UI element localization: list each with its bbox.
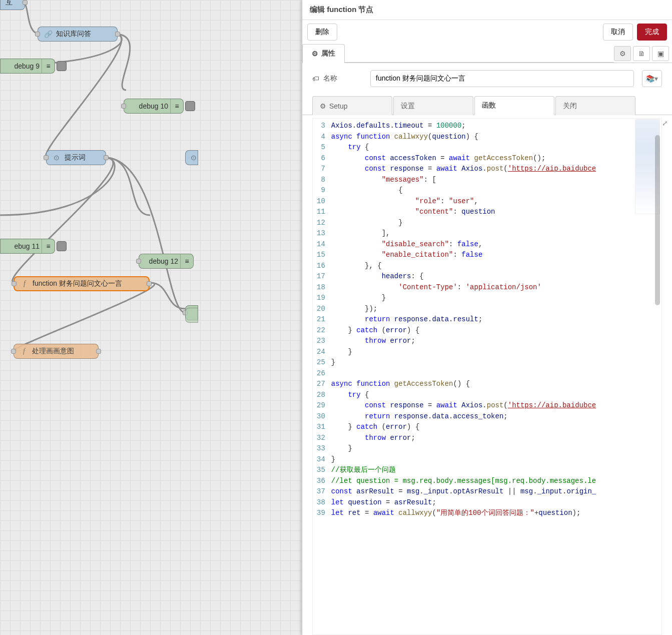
doc-icon-button[interactable]: 🗎 [633, 46, 650, 61]
port[interactable] [136, 259, 141, 264]
debug-toggle[interactable] [57, 241, 67, 251]
panel-tabs: ⚙ 属性 ⚙ 🗎 ▣ [302, 44, 672, 63]
link-icon: 🔗 [43, 29, 53, 39]
node-knowledge-qa[interactable]: 🔗 知识库问答 [38, 27, 118, 42]
delete-button[interactable]: 删除 [307, 24, 337, 41]
tag-icon: 🏷 [312, 75, 319, 83]
panel-title: 编辑 function 节点 [302, 0, 672, 20]
node-label: 互 [6, 0, 13, 7]
debug-icon: ≡ [42, 239, 55, 253]
gear-icon: ⚙ [312, 50, 318, 58]
port[interactable] [23, 0, 28, 5]
port[interactable] [35, 32, 40, 37]
done-button[interactable]: 完成 [637, 24, 667, 41]
node-label: ebug 11 [14, 242, 40, 250]
gear-icon: ⚙ [320, 102, 326, 110]
node-debug-10[interactable]: debug 10 ≡ [124, 99, 184, 114]
tab-properties[interactable]: ⚙ 属性 [302, 44, 345, 63]
code-editor-wrap: 3456789101112131415161718192021222324252… [302, 115, 672, 635]
debug-icon: ≡ [170, 99, 183, 113]
node-process-draw[interactable]: f 处理画画意图 [14, 344, 99, 359]
panel-toolbar: 删除 取消 完成 [302, 20, 672, 44]
node-debug-12[interactable]: debug 12 ≡ [139, 254, 194, 269]
tab-settings[interactable]: 设置 [393, 96, 473, 115]
port[interactable] [96, 349, 101, 354]
tab-setup[interactable]: ⚙ Setup [312, 96, 392, 115]
layout-icon-button[interactable]: ▣ [652, 46, 669, 61]
port[interactable] [147, 281, 152, 286]
debug-icon: ≡ [180, 254, 193, 268]
node-label: function 财务问题问文心一言 [33, 279, 122, 288]
node-debug-11[interactable]: ebug 11 ≡ [0, 239, 55, 254]
name-row: 🏷 名称 📚▾ [302, 63, 672, 94]
port[interactable] [12, 281, 17, 286]
tab-function[interactable]: 函数 [474, 96, 554, 115]
expand-icon[interactable]: ⤢ [662, 119, 670, 127]
name-label: 🏷 名称 [312, 74, 362, 83]
node-partial-right[interactable]: ⊙ [185, 150, 198, 165]
node-partial-green2[interactable] [185, 308, 198, 323]
sub-tabs: ⚙ Setup 设置 函数 关闭 [302, 96, 672, 115]
cancel-button[interactable]: 取消 [603, 24, 633, 41]
tab-label: 属性 [321, 49, 335, 58]
debug-toggle[interactable] [185, 101, 195, 111]
port[interactable] [115, 32, 120, 37]
node-prompt[interactable]: ⊙ 提示词 [46, 150, 106, 165]
port[interactable] [104, 155, 109, 160]
node-debug-9[interactable]: debug 9 ≡ [0, 59, 55, 74]
node-function-finance[interactable]: f function 财务问题问文心一言 [14, 276, 150, 291]
name-input[interactable] [370, 70, 634, 87]
tag-icon: ⊙ [191, 153, 197, 163]
code-editor[interactable]: 3456789101112131415161718192021222324252… [312, 118, 662, 635]
function-icon: f [20, 279, 30, 289]
node-label: 处理画画意图 [32, 347, 74, 356]
library-button[interactable]: 📚▾ [642, 70, 662, 87]
debug-icon: ≡ [42, 59, 55, 73]
tag-icon: ⊙ [52, 153, 62, 163]
port[interactable] [121, 104, 126, 109]
settings-icon-button[interactable]: ⚙ [614, 46, 631, 61]
tab-close[interactable]: 关闭 [555, 96, 635, 115]
debug-toggle[interactable] [57, 61, 67, 71]
function-icon: f [19, 346, 29, 356]
node-partial-top[interactable]: 互 [0, 0, 25, 10]
port[interactable] [44, 155, 49, 160]
scrollbar[interactable] [654, 120, 661, 630]
node-label: 提示词 [65, 153, 86, 162]
node-label: debug 9 [14, 62, 40, 70]
node-label: debug 10 [139, 102, 168, 110]
scrollbar-thumb[interactable] [655, 135, 660, 305]
edit-panel: 编辑 function 节点 删除 取消 完成 ⚙ 属性 ⚙ 🗎 ▣ 🏷 名称 … [302, 0, 672, 635]
node-label: 知识库问答 [56, 30, 91, 39]
code-content[interactable]: Axios.defaults.timeout = 100000;async fu… [331, 119, 661, 634]
node-label: debug 12 [149, 257, 178, 265]
port[interactable] [11, 349, 16, 354]
line-gutter: 3456789101112131415161718192021222324252… [313, 119, 331, 634]
